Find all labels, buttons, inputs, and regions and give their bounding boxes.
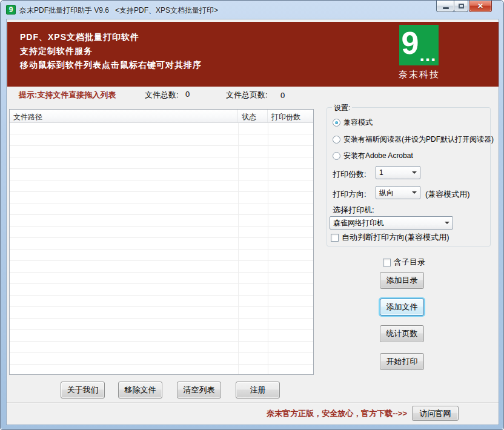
logo-nine: 9 — [402, 25, 419, 61]
minimize-icon — [443, 7, 449, 9]
radio-adobe-acrobat[interactable] — [333, 152, 340, 160]
about-button[interactable]: 关于我们 — [61, 382, 105, 399]
remove-file-button[interactable]: 移除文件 — [118, 382, 162, 399]
info-bar: 提示:支持文件直接拖入列表 文件总数: 0 文件总页数: 0 — [7, 90, 499, 101]
radio-row-compat[interactable]: 兼容模式 — [333, 117, 373, 128]
orientation-label: 打印方向: — [333, 189, 366, 200]
radio-row-acrobat[interactable]: 安装有Adobe Acrobat — [333, 151, 413, 161]
printer-label: 选择打印机: — [333, 205, 374, 216]
total-files-label: 文件总数: — [145, 90, 179, 101]
clear-list-button[interactable]: 清空列表 — [177, 382, 221, 399]
title-bar[interactable]: 9 奈末PDF批量打印助手 V9.6 <支持PDF、XPS文档批量打印> ✕ — [1, 1, 503, 19]
copies-select[interactable]: 1 — [376, 166, 420, 179]
total-pages-label: 文件总页数: — [226, 90, 268, 101]
settings-group: 设置: 兼容模式 安装有福昕阅读器(并设为PDF默认打开阅读器) 安装有Adob… — [327, 107, 491, 246]
column-header-copies[interactable]: 打印份数 — [268, 110, 313, 122]
app-logo-icon: 9 — [6, 5, 16, 15]
include-subdir-row[interactable]: 含子目录 — [383, 257, 425, 268]
client-area: PDF、XPS文档批量打印软件 支持定制软件服务 移动鼠标到软件列表点击鼠标右键… — [6, 19, 499, 425]
footer-promo-text: 奈末官方正版，安全放心，官方下载-->> — [267, 408, 407, 419]
total-pages-value: 0 — [280, 91, 285, 100]
chevron-down-icon — [412, 191, 417, 194]
orientation-select[interactable]: 纵向 — [376, 186, 420, 199]
logo-dots: ... — [419, 46, 436, 64]
window-controls: ✕ — [436, 1, 492, 12]
banner-text: PDF、XPS文档批量打印软件 支持定制软件服务 移动鼠标到软件列表点击鼠标右键… — [20, 30, 202, 72]
total-files-value: 0 — [185, 90, 190, 99]
footer: 奈末官方正版，安全放心，官方下载-->> 访问官网 — [267, 406, 459, 421]
chevron-down-icon — [412, 171, 417, 174]
auto-orientation-checkbox[interactable] — [331, 234, 339, 242]
add-file-button[interactable]: 添加文件 — [380, 299, 424, 316]
register-button[interactable]: 注册 — [236, 382, 280, 399]
file-list-body[interactable] — [10, 123, 313, 374]
auto-orientation-label: 自动判断打印方向(兼容模式用) — [342, 232, 449, 243]
count-pages-button[interactable]: 统计页数 — [380, 325, 424, 342]
column-header-state[interactable]: 状态 — [238, 110, 268, 122]
banner-line-1: PDF、XPS文档批量打印软件 — [20, 30, 202, 44]
column-header-path[interactable]: 文件路径 — [10, 110, 238, 122]
minimize-button[interactable] — [436, 1, 454, 12]
radio-row-foxit[interactable]: 安装有福昕阅读器(并设为PDF默认打开阅读器) — [333, 134, 494, 145]
company-logo: 9 ... — [399, 25, 439, 65]
add-directory-button[interactable]: 添加目录 — [380, 272, 424, 289]
file-list-header: 文件路径 状态 打印份数 — [10, 110, 313, 123]
printer-select[interactable]: 森雀网络打印机 — [330, 216, 453, 230]
radio-foxit-reader-label: 安装有福昕阅读器(并设为PDF默认打开阅读器) — [343, 134, 494, 145]
include-subdir-checkbox[interactable] — [383, 259, 391, 266]
settings-group-label: 设置: — [332, 103, 352, 113]
window-title: 奈末PDF批量打印助手 V9.6 <支持PDF、XPS文档批量打印> — [19, 5, 218, 16]
orientation-note: (兼容模式用) — [425, 189, 470, 200]
drag-tip: 提示:支持文件直接拖入列表 — [19, 90, 116, 101]
app-window: 9 奈末PDF批量打印助手 V9.6 <支持PDF、XPS文档批量打印> ✕ P… — [0, 0, 504, 430]
copies-selected-value: 1 — [379, 168, 383, 177]
footer-divider — [7, 402, 499, 403]
maximize-icon — [459, 4, 464, 8]
chevron-down-icon — [445, 222, 449, 224]
radio-compat-mode-label: 兼容模式 — [343, 117, 373, 128]
radio-compat-mode[interactable] — [333, 119, 340, 127]
close-button[interactable]: ✕ — [469, 1, 492, 12]
orientation-selected-value: 纵向 — [379, 188, 394, 198]
include-subdir-label: 含子目录 — [394, 257, 425, 268]
copies-label: 打印份数: — [333, 169, 366, 180]
radio-adobe-acrobat-label: 安装有Adobe Acrobat — [343, 151, 413, 161]
printer-selected-value: 森雀网络打印机 — [333, 218, 384, 228]
start-print-button[interactable]: 开始打印 — [380, 353, 424, 370]
maximize-button[interactable] — [454, 1, 468, 12]
company-name: 奈末科技 — [395, 69, 443, 81]
banner-line-3: 移动鼠标到软件列表点击鼠标右键可对其排序 — [20, 58, 202, 72]
auto-orientation-row[interactable]: 自动判断打印方向(兼容模式用) — [331, 232, 449, 243]
radio-foxit-reader[interactable] — [333, 136, 340, 144]
close-icon: ✕ — [469, 1, 491, 12]
file-list[interactable]: 文件路径 状态 打印份数 — [9, 109, 314, 375]
banner-line-2: 支持定制软件服务 — [20, 44, 202, 58]
visit-website-button[interactable]: 访问官网 — [412, 406, 459, 421]
promo-banner: PDF、XPS文档批量打印软件 支持定制软件服务 移动鼠标到软件列表点击鼠标右键… — [7, 22, 499, 87]
